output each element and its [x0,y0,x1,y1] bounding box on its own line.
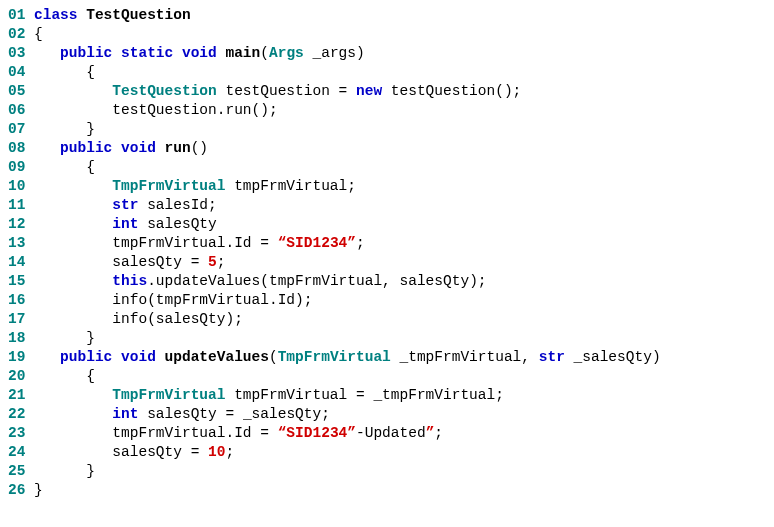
code-token: Id [278,292,295,308]
code-line: 16 info(tmpFrmVirtual.Id); [8,291,766,310]
code-line: 12 int salesQty [8,215,766,234]
code-token: - [356,425,365,441]
code-line: 11 str salesId; [8,196,766,215]
line-number: 09 [8,158,34,177]
line-number: 24 [8,443,34,462]
code-line: 25 } [8,462,766,481]
code-token: _tmpFrmVirtual [400,349,522,365]
line-number: 14 [8,253,34,272]
code-token: = [260,235,269,251]
line-number: 10 [8,177,34,196]
code-line: 17 info(salesQty); [8,310,766,329]
code-token: tmpFrmVirtual [234,178,347,194]
code-token: salesQty [112,254,182,270]
code-token: testQuestion [391,83,495,99]
code-token: ( [147,311,156,327]
code-token: } [86,121,95,137]
code-token: ( [147,292,156,308]
code-token: salesQty [400,273,470,289]
code-token: ; [495,387,504,403]
code-token: TestQuestion [112,83,216,99]
code-token: ; [347,178,356,194]
line-number: 15 [8,272,34,291]
code-token: int [112,216,138,232]
code-token: Id [234,425,251,441]
line-number: 03 [8,44,34,63]
code-token: testQuestion [112,102,216,118]
line-number: 22 [8,405,34,424]
code-line: 10 TmpFrmVirtual tmpFrmVirtual; [8,177,766,196]
code-token: public [60,140,112,156]
code-line: 04 { [8,63,766,82]
code-token: TmpFrmVirtual [112,178,225,194]
code-token: ); [469,273,486,289]
code-token: _tmpFrmVirtual [373,387,495,403]
code-line: 14 salesQty = 5; [8,253,766,272]
code-token: tmpFrmVirtual [234,387,347,403]
line-number: 12 [8,215,34,234]
code-token: (); [252,102,278,118]
code-line: 20 { [8,367,766,386]
line-number: 25 [8,462,34,481]
code-token: , [382,273,391,289]
code-line: 09 { [8,158,766,177]
code-line: 22 int salesQty = _salesQty; [8,405,766,424]
code-token: int [112,406,138,422]
code-line: 18 } [8,329,766,348]
code-token: TmpFrmVirtual [278,349,391,365]
code-line: 03 public static void main(Args _args) [8,44,766,63]
line-number: 07 [8,120,34,139]
code-token: _salesQty [243,406,321,422]
code-token: ; [225,444,234,460]
line-number: 02 [8,25,34,44]
code-token: { [86,159,95,175]
line-number: 04 [8,63,34,82]
line-number: 23 [8,424,34,443]
code-token: tmpFrmVirtual [112,425,225,441]
code-token: str [112,197,138,213]
code-token: run [165,140,191,156]
code-block: 01class TestQuestion02{03 public static … [8,6,766,500]
line-number: 11 [8,196,34,215]
code-token: = [339,83,348,99]
code-token: ( [260,45,269,61]
code-token: “SID1234” [278,235,356,251]
code-line: 19 public void updateValues(TmpFrmVirtua… [8,348,766,367]
code-token: Args [269,45,304,61]
code-token: = [191,254,200,270]
code-token: tmpFrmVirtual [269,273,382,289]
code-line: 21 TmpFrmVirtual tmpFrmVirtual = _tmpFrm… [8,386,766,405]
code-token: } [34,482,43,498]
code-line: 08 public void run() [8,139,766,158]
code-token: ; [356,235,365,251]
code-token: = [191,444,200,460]
code-token: { [86,64,95,80]
code-token: updateValues [165,349,269,365]
code-token: run [225,102,251,118]
code-line: 13 tmpFrmVirtual.Id = “SID1234”; [8,234,766,253]
code-token: ) [652,349,661,365]
line-number: 01 [8,6,34,25]
code-token: , [521,349,530,365]
code-token: void [121,349,156,365]
code-token: () [191,140,208,156]
code-token: TestQuestion [86,7,190,23]
code-token: ) [356,45,365,61]
code-token: ; [434,425,443,441]
code-token: Id [234,235,251,251]
code-token: ); [295,292,312,308]
line-number: 13 [8,234,34,253]
line-number: 16 [8,291,34,310]
line-number: 18 [8,329,34,348]
code-line: 02{ [8,25,766,44]
code-token: } [86,330,95,346]
line-number: 26 [8,481,34,500]
code-line: 01class TestQuestion [8,6,766,25]
code-token: . [269,292,278,308]
line-number: 06 [8,101,34,120]
line-number: 05 [8,82,34,101]
line-number: 17 [8,310,34,329]
code-token: public [60,45,112,61]
code-line: 26} [8,481,766,500]
code-token: = [260,425,269,441]
